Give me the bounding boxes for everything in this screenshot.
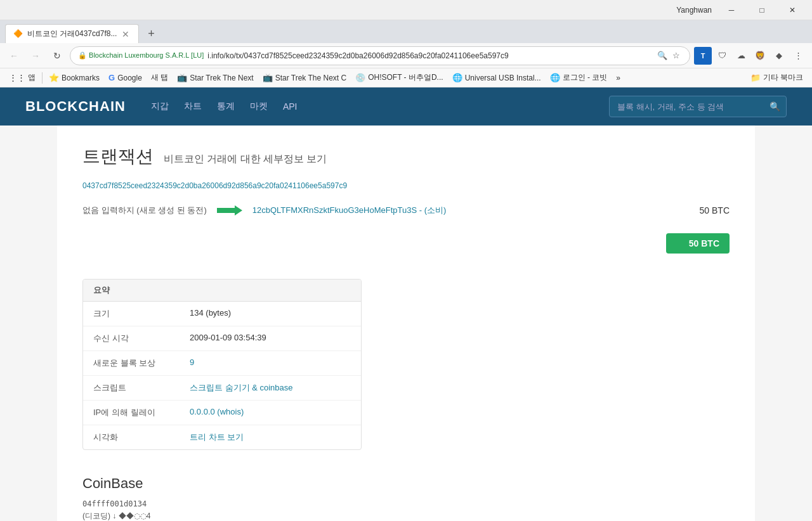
titlebar: Yanghwan ─ □ ✕ [0,0,812,20]
tab-title: 비트코인 거래0437cd7f8... [27,29,117,39]
extension-cloud-button[interactable]: ☁ [732,47,750,65]
search-icon[interactable]: 🔍 [657,50,668,61]
summary-key-time: 수신 시각 [83,326,185,351]
nav-market[interactable]: 마켓 [250,98,268,115]
coinbase-decoded: (디코딩) ↓ ◆◆◌◌4 [82,511,730,521]
minimize-button[interactable]: ─ [717,0,746,20]
summary-key-viz: 시각화 [83,425,185,449]
tx-hash-link[interactable]: 0437cd7f8525ceed2324359c2d0ba26006d92d85… [82,181,730,190]
site-nav: 지갑 차트 통계 마켓 API [151,98,298,115]
summary-val-ip: 0.0.0.0 (whois) [185,401,249,425]
tx-amount: 50 BTC [700,205,730,215]
bookmarksbar: ⋮⋮ 앱 ⭐ Bookmarks G Google 새 탭 📺 Star Tre… [0,68,812,87]
summary-header: 요약 [83,280,361,302]
bookmark-ohsoft[interactable]: 💿 OH!SOFT - 버추얼D... [351,71,447,84]
tx-flow: 없음 입력하지 (새로 생성 된 동전) 12cbQLTFMXRnSzktFku… [82,203,730,218]
security-label: 🔒 Blockchain Luxembourg S.A.R.L [LU] [78,51,204,60]
coinbase-hex: 04ffff001d0134 [82,499,730,508]
more-label: » [616,74,620,82]
login-label: 로그인 - 코빗 [563,72,608,83]
script-link[interactable]: 스크립트 숨기기 & coinbase [190,383,293,392]
tx-output: 12cbQLTFMXRnSzktFkuoG3eHoMeFtpTu3S - (소비… [252,205,730,216]
summary-val-script: 스크립트 숨기기 & coinbase [185,376,298,400]
bookmark-bookmarks[interactable]: ⭐ Bookmarks [45,72,103,84]
nav-charts[interactable]: 차트 [184,98,202,115]
bookmark-more[interactable]: » [612,72,624,84]
startrek1-label: Star Trek The Next [190,74,253,82]
extension-adblock-button[interactable]: 🛡 [713,47,731,65]
google-icon: G [108,73,115,82]
refresh-button[interactable]: ↻ [48,47,66,65]
tab-favicon: 🔶 [13,29,23,39]
startrek1-icon: 📺 [177,73,187,82]
back-button[interactable]: ← [5,47,23,65]
page-title-area: 트랜잭션 비트코인 거래에 대한 세부정보 보기 [82,145,730,169]
summary-row: 크기 134 (bytes) [83,302,361,326]
site-logo[interactable]: BLOCKCHAIN [25,98,126,115]
summary-key-script: 스크립트 [83,376,185,400]
tx-input-label: 없음 입력하지 (새로 생성 된 동전) [82,205,207,216]
bookmark-startrek2[interactable]: 📺 Star Trek The Next C [259,72,350,84]
extension-lion-button[interactable]: 🦁 [751,47,769,65]
folder-icon: 📁 [750,73,761,82]
startrek2-label: Star Trek The Next C [275,74,346,82]
new-tab-label: 새 탭 [151,72,168,83]
nav-api[interactable]: API [283,99,298,114]
summary-val-time: 2009-01-09 03:54:39 [185,326,272,351]
bookmark-new-tab[interactable]: 새 탭 [147,71,172,84]
bookmark-google[interactable]: G Google [105,72,146,84]
coinbase-section: CoinBase 04ffff001d0134 (디코딩) ↓ ◆◆◌◌4 [82,475,730,521]
new-tab-button[interactable]: + [141,24,160,43]
summary-key-size: 크기 [83,302,185,326]
tx-output-address[interactable]: 12cbQLTFMXRnSzktFkuoG3eHoMeFtpTu3S - (소비… [252,205,447,216]
bookmark-other-folder[interactable]: 📁 기타 북마크 [747,71,807,84]
summary-val-size: 134 (bytes) [185,302,236,326]
browser-content: BLOCKCHAIN 지갑 차트 통계 마켓 API 🔍 트랜잭션 비트코인 거… [0,87,812,521]
address-text: i.info/ko/tx/0437cd7f8525ceed2324359c2d0… [207,51,653,60]
summary-val-reward: 9 [185,351,199,375]
tx-arrow-icon [217,203,242,218]
maximize-button[interactable]: □ [747,0,776,20]
nav-wallet[interactable]: 지갑 [151,98,169,115]
summary-row: 시각화 트리 차트 보기 [83,425,361,449]
viz-link[interactable]: 트리 차트 보기 [190,432,244,442]
summary-key-reward: 새로운 블록 보상 [83,351,185,375]
search-input[interactable] [609,96,787,117]
summary-row: 새로운 블록 보상 9 [83,351,361,376]
more-menu-button[interactable]: ⋮ [789,47,807,65]
bookmark-separator [42,72,43,84]
startrek2-icon: 📺 [263,73,273,82]
site-search: 🔍 [609,96,787,117]
titlebar-user: Yanghwan [676,6,712,15]
login-icon: 🌐 [550,73,560,82]
bookmark-startrek1[interactable]: 📺 Star Trek The Next [173,72,257,84]
bookmarks-label: Bookmarks [62,74,100,82]
other-label: 기타 북마크 [763,72,803,83]
ohsoft-icon: 💿 [355,73,365,82]
extension-diamond-button[interactable]: ◆ [770,47,788,65]
svg-marker-0 [217,205,242,215]
active-tab[interactable]: 🔶 비트코인 거래0437cd7f8... ✕ [5,24,139,43]
close-button[interactable]: ✕ [778,0,807,20]
bookmark-login[interactable]: 🌐 로그인 - 코빗 [546,71,612,84]
bookmark-folder-icon: ⭐ [49,73,59,82]
bookmark-star-icon[interactable]: ☆ [671,50,682,61]
search-icon: 🔍 [769,101,780,112]
summary-val-viz: 트리 차트 보기 [185,425,249,449]
extension-t-button[interactable]: T [694,47,712,65]
nav-stats[interactable]: 통계 [217,98,235,115]
addressbar: ← → ↻ 🔒 Blockchain Luxembourg S.A.R.L [L… [0,43,812,68]
summary-row: 스크립트 스크립트 숨기기 & coinbase [83,376,361,401]
usb-icon: 🌐 [452,73,462,82]
apps-icon: ⋮⋮ [9,73,25,82]
ip-link[interactable]: 0.0.0.0 (whois) [190,407,244,416]
bookmark-usb[interactable]: 🌐 Universal USB Instal... [449,72,545,84]
reward-link[interactable]: 9 [190,357,194,367]
tab-close-button[interactable]: ✕ [121,29,131,39]
page-title: 트랜잭션 [82,146,154,166]
bookmark-apps[interactable]: ⋮⋮ 앱 [5,71,39,84]
address-box[interactable]: 🔒 Blockchain Luxembourg S.A.R.L [LU] i.i… [70,46,690,65]
page-body: 트랜잭션 비트코인 거래에 대한 세부정보 보기 0437cd7f8525cee… [57,125,755,521]
forward-button[interactable]: → [27,47,44,65]
summary-row: 수신 시각 2009-01-09 03:54:39 [83,326,361,351]
